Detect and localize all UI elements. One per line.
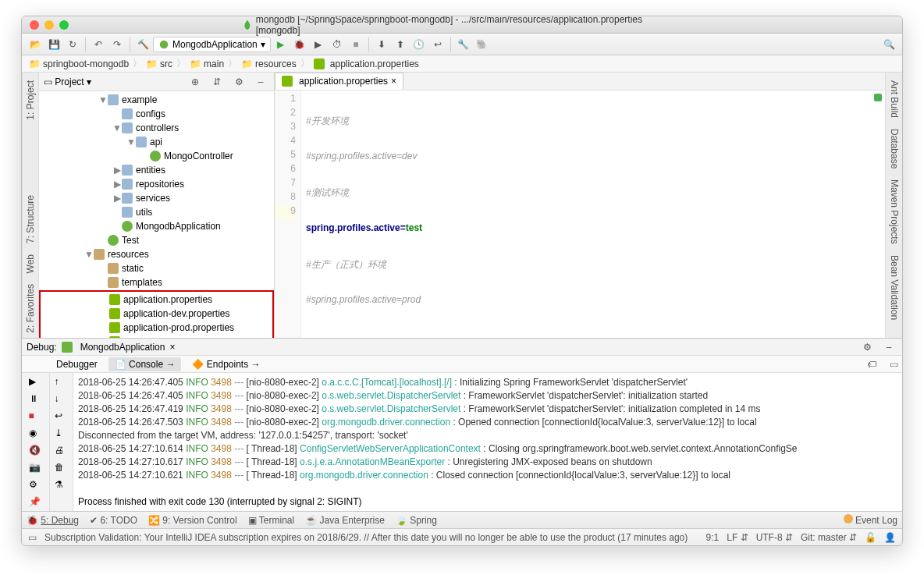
vcs-revert-icon[interactable]: ↩: [429, 36, 446, 53]
project-tree[interactable]: ▼example configs ▼controllers ▼api Mongo…: [39, 91, 274, 338]
breadcrumb-item[interactable]: 📁 resources: [239, 59, 299, 69]
breadcrumb-item[interactable]: 📁 src: [144, 59, 175, 69]
close-icon[interactable]: [30, 20, 39, 30]
open-icon[interactable]: 📂: [27, 36, 44, 53]
tree-item[interactable]: application-prod.properties: [41, 321, 272, 335]
tab-endpoints[interactable]: 🔶 Endpoints →: [186, 357, 266, 371]
rerun-icon[interactable]: ▶: [29, 376, 43, 390]
lock-icon[interactable]: 🔓: [865, 532, 876, 543]
locate-icon[interactable]: ⊕: [187, 73, 204, 90]
vcs-commit-icon[interactable]: ⬆: [392, 36, 409, 53]
line-sep[interactable]: LF ⇵: [727, 532, 748, 543]
tree-item[interactable]: MongodbApplication: [39, 219, 274, 233]
gear-icon[interactable]: ⚙: [858, 339, 876, 356]
tree-item[interactable]: static: [39, 261, 274, 275]
gear-icon[interactable]: ⚙: [230, 73, 247, 90]
clear-icon[interactable]: 🗑: [55, 462, 69, 476]
tree-item[interactable]: ▼resources: [39, 247, 274, 261]
git-branch[interactable]: Git: master ⇵: [801, 532, 857, 543]
resume-icon[interactable]: ⏸: [29, 393, 43, 407]
cursor-position[interactable]: 9:1: [706, 532, 720, 543]
tool-ant[interactable]: Ant Build: [887, 76, 901, 122]
filter-icon[interactable]: ⚗: [55, 479, 69, 493]
coverage-icon[interactable]: ▶: [310, 36, 327, 53]
tree-item[interactable]: ▼controllers: [39, 121, 274, 135]
tree-item[interactable]: Test: [39, 233, 274, 247]
scroll-end-icon[interactable]: ⤓: [55, 428, 69, 442]
tree-item[interactable]: configs: [39, 107, 274, 121]
tool-vcs[interactable]: 🔀 9: Version Control: [148, 515, 237, 526]
tab-debugger[interactable]: Debugger: [50, 357, 104, 371]
traffic-lights[interactable]: [22, 20, 69, 30]
tool-todo[interactable]: ✔ 6: TODO: [90, 515, 137, 526]
tree-item[interactable]: application.properties: [41, 293, 272, 307]
tree-item[interactable]: ▶entities: [39, 163, 274, 177]
tool-bean[interactable]: Bean Validation: [887, 250, 901, 325]
tab-console[interactable]: 📄 Console →: [108, 357, 182, 371]
pin-icon[interactable]: 📌: [29, 496, 43, 510]
breadcrumb-item[interactable]: 📁 springboot-mongodb: [27, 59, 131, 69]
tree-item[interactable]: ▶services: [39, 191, 274, 205]
inspect-icon[interactable]: 👤: [884, 532, 896, 543]
run-icon[interactable]: ▶: [272, 36, 290, 53]
tool-debug[interactable]: 🐞 5: Debug: [27, 515, 79, 526]
wrap-icon[interactable]: ↩: [55, 410, 69, 424]
up-icon[interactable]: ↑: [55, 376, 69, 390]
dump-icon[interactable]: 📷: [29, 462, 43, 476]
search-icon[interactable]: 🔍: [880, 36, 897, 53]
vcs-update-icon[interactable]: ⬇: [373, 36, 390, 53]
stop-icon[interactable]: ■: [347, 36, 364, 53]
editor-tab[interactable]: application.properties ×: [275, 73, 403, 90]
inspection-ok-icon[interactable]: [874, 94, 882, 101]
tree-item[interactable]: ▼example: [39, 93, 274, 107]
hide-icon[interactable]: –: [252, 73, 269, 90]
redo-icon[interactable]: ↷: [108, 36, 126, 53]
tool-project[interactable]: 1: Project: [23, 76, 37, 125]
run-config-dropdown[interactable]: MongodbApplication ▾: [153, 37, 271, 52]
titlebar[interactable]: mongodb [~/SpringSpace/springboot-mongod…: [22, 16, 902, 34]
vcs-history-icon[interactable]: 🕓: [410, 36, 428, 53]
tool-web[interactable]: Web: [23, 250, 37, 278]
print-icon[interactable]: 🖨: [55, 445, 69, 459]
hide-icon[interactable]: –: [880, 339, 897, 356]
encoding[interactable]: UTF-8 ⇵: [756, 532, 793, 543]
tool-jee[interactable]: ☕ Java Enterprise: [305, 515, 385, 526]
tree-item[interactable]: MongoController: [39, 149, 274, 163]
project-view-dropdown[interactable]: ▭ Project ▾: [44, 76, 91, 87]
stop-icon[interactable]: ■: [29, 410, 43, 424]
event-log[interactable]: Event Log: [844, 514, 897, 526]
hide-tools-icon[interactable]: ▭: [28, 532, 37, 543]
undo-icon[interactable]: ↶: [90, 36, 107, 53]
tool-favorites[interactable]: 2: Favorites: [23, 279, 37, 338]
tree-item[interactable]: templates: [39, 275, 274, 289]
build-icon[interactable]: 🔨: [134, 36, 151, 53]
layout-icon[interactable]: ▭: [885, 356, 902, 373]
breadcrumb-item[interactable]: application.properties: [311, 59, 421, 69]
code-area[interactable]: #开发环境 #spring.profiles.active=dev #测试环境 …: [301, 90, 885, 338]
tool-spring[interactable]: 🍃 Spring: [396, 515, 437, 526]
debug-icon[interactable]: 🐞: [291, 36, 308, 53]
save-icon[interactable]: 💾: [45, 36, 62, 53]
breadcrumb-item[interactable]: 📁 main: [187, 59, 226, 69]
tree-item[interactable]: application-dev.properties: [41, 307, 272, 321]
profile-icon[interactable]: ⏱: [329, 36, 346, 53]
structure-icon[interactable]: 🔧: [455, 36, 472, 53]
filter-icon[interactable]: 🏷: [863, 356, 880, 373]
tool-terminal[interactable]: ▣ Terminal: [248, 515, 294, 526]
tree-item[interactable]: utils: [39, 205, 274, 219]
close-tab-icon[interactable]: ×: [391, 76, 396, 87]
minimize-icon[interactable]: [44, 20, 54, 30]
zoom-icon[interactable]: [59, 20, 69, 30]
mute-icon[interactable]: 🔇: [29, 445, 43, 459]
collapse-icon[interactable]: ⇵: [208, 73, 226, 90]
close-icon[interactable]: ×: [169, 342, 175, 353]
tool-database[interactable]: Database: [887, 124, 901, 173]
sdk-icon[interactable]: 🐘: [474, 36, 491, 53]
tree-item[interactable]: ▶repositories: [39, 177, 274, 191]
console-output[interactable]: 2018-06-25 14:26:47.405 INFO 3498 --- [n…: [73, 373, 902, 513]
tree-item[interactable]: ▼api: [39, 135, 274, 149]
tree-item[interactable]: application-test.properties: [41, 335, 272, 338]
down-icon[interactable]: ↓: [55, 393, 69, 407]
tool-maven[interactable]: Maven Projects: [887, 175, 901, 249]
refresh-icon[interactable]: ↻: [64, 36, 81, 53]
